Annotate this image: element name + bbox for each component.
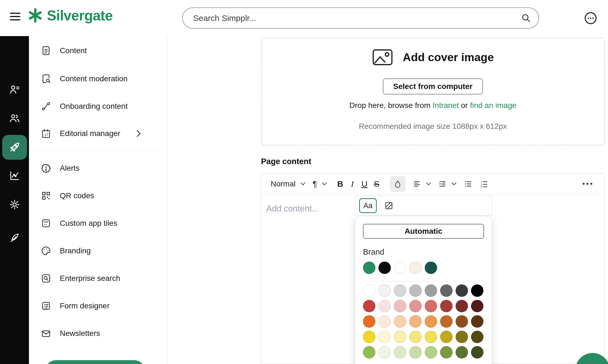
sidebar-item-custom-app-tiles[interactable]: Custom app tiles xyxy=(29,210,168,237)
editor-placeholder[interactable]: Add content... xyxy=(266,204,319,214)
color-swatch[interactable] xyxy=(394,346,406,358)
color-swatch[interactable] xyxy=(378,346,391,358)
bold-button[interactable]: B xyxy=(334,179,346,189)
bullet-list-button[interactable] xyxy=(464,180,472,188)
color-swatch[interactable] xyxy=(471,300,483,312)
numbered-list-button[interactable]: 1 2 3 xyxy=(480,180,488,188)
more-options-icon[interactable] xyxy=(583,183,592,185)
sidebar-item-editorial-manager[interactable]: 17 Editorial manager xyxy=(29,120,168,147)
color-swatch[interactable] xyxy=(440,346,453,358)
color-swatch[interactable] xyxy=(363,262,375,274)
sidebar-item-newsletters[interactable]: Newsletters xyxy=(29,320,168,347)
color-swatch[interactable] xyxy=(409,315,422,328)
color-swatch[interactable] xyxy=(378,300,391,312)
color-swatch[interactable] xyxy=(471,284,483,297)
highlight-color-tab[interactable] xyxy=(383,200,394,211)
color-swatch[interactable] xyxy=(409,300,422,312)
paragraph-style-value: Normal xyxy=(271,180,295,188)
intranet-link[interactable]: Intranet xyxy=(433,101,459,110)
color-swatch[interactable] xyxy=(363,331,375,343)
pilcrow-icon: ¶ xyxy=(313,179,317,189)
color-swatch[interactable] xyxy=(394,300,406,312)
cover-image-dropzone[interactable]: Add cover image Select from computer Dro… xyxy=(261,38,605,145)
color-swatch[interactable] xyxy=(378,331,391,343)
align-dropdown[interactable] xyxy=(413,180,431,188)
color-swatch[interactable] xyxy=(409,284,422,297)
color-swatch[interactable] xyxy=(378,284,391,297)
sidebar-item-content-moderation[interactable]: Content moderation xyxy=(29,65,168,93)
color-picker-tabs: Aa xyxy=(355,195,492,216)
sidebar-item-label: Alerts xyxy=(60,164,168,173)
search-button[interactable] xyxy=(514,8,539,28)
chevron-down-icon xyxy=(451,182,456,185)
color-swatch[interactable] xyxy=(363,346,375,358)
hamburger-menu-icon[interactable] xyxy=(10,13,21,23)
text-color-tab[interactable]: Aa xyxy=(359,198,377,213)
color-swatch[interactable] xyxy=(394,315,406,328)
color-swatch[interactable] xyxy=(440,315,453,328)
sidebar-item-onboarding-content[interactable]: Onboarding content xyxy=(29,93,168,120)
color-swatch[interactable] xyxy=(440,284,453,297)
sidebar-item-form-designer[interactable]: Form designer xyxy=(29,292,168,320)
color-swatch[interactable] xyxy=(456,346,468,358)
color-swatch[interactable] xyxy=(456,284,468,297)
color-swatch[interactable] xyxy=(378,315,391,328)
find-an-image-link[interactable]: find an image xyxy=(470,101,516,110)
user-directory-icon[interactable] xyxy=(4,79,25,100)
sidebar-item-qr-codes[interactable]: QR codes xyxy=(29,182,168,210)
chat-icon[interactable] xyxy=(584,11,598,25)
color-swatch[interactable] xyxy=(456,300,468,312)
italic-button[interactable]: I xyxy=(346,179,358,189)
sidebar-item-alerts[interactable]: Alerts xyxy=(29,154,168,182)
color-swatch[interactable] xyxy=(425,284,437,297)
color-swatch[interactable] xyxy=(394,262,406,274)
color-swatch[interactable] xyxy=(471,331,483,343)
sidebar-item-label: QR codes xyxy=(60,191,168,200)
automatic-color-button[interactable]: Automatic xyxy=(363,224,484,239)
select-from-computer-button[interactable]: Select from computer xyxy=(383,78,483,94)
brand-section-label: Brand xyxy=(363,248,484,257)
color-swatch[interactable] xyxy=(363,284,375,297)
settings-icon[interactable] xyxy=(4,194,25,215)
color-swatch[interactable] xyxy=(394,284,406,297)
color-swatch[interactable] xyxy=(425,331,437,343)
document-search-icon xyxy=(41,73,52,84)
color-swatch[interactable] xyxy=(456,315,468,328)
color-swatch[interactable] xyxy=(440,331,453,343)
paragraph-format-dropdown[interactable]: ¶ xyxy=(313,179,327,189)
color-swatch[interactable] xyxy=(363,315,375,328)
color-swatch[interactable] xyxy=(363,300,375,312)
color-swatch[interactable] xyxy=(409,346,422,358)
app-logo[interactable]: Silvergate xyxy=(28,7,113,24)
color-swatch[interactable] xyxy=(440,300,453,312)
align-left-icon xyxy=(413,180,421,188)
color-swatch[interactable] xyxy=(394,331,406,343)
color-swatch[interactable] xyxy=(471,315,483,328)
sidebar-divider xyxy=(32,151,158,151)
color-swatch[interactable] xyxy=(409,331,422,343)
paragraph-style-dropdown[interactable]: Normal xyxy=(271,180,305,188)
color-swatch[interactable] xyxy=(409,262,422,274)
underline-button[interactable]: U xyxy=(358,179,370,189)
sidebar-item-label: Form designer xyxy=(60,301,168,310)
color-swatch[interactable] xyxy=(471,346,483,358)
feather-icon[interactable] xyxy=(4,227,25,248)
sidebar-item-enterprise-search[interactable]: Enterprise search xyxy=(29,265,168,292)
sidebar-item-content[interactable]: Content xyxy=(29,37,168,64)
people-icon[interactable] xyxy=(4,108,25,128)
color-swatch[interactable] xyxy=(425,315,437,328)
strikethrough-button[interactable]: S xyxy=(370,179,383,189)
color-swatch[interactable] xyxy=(378,262,391,274)
color-swatch[interactable] xyxy=(425,262,437,274)
sidebar-item-branding[interactable]: Branding xyxy=(29,237,168,265)
sidebar-item-label: Content moderation xyxy=(60,74,168,83)
color-swatch[interactable] xyxy=(456,331,468,343)
sidebar-cta-button[interactable] xyxy=(45,360,146,364)
text-color-button[interactable] xyxy=(390,176,406,192)
indent-dropdown[interactable] xyxy=(438,180,456,188)
rocket-icon[interactable] xyxy=(2,135,27,160)
color-swatch[interactable] xyxy=(425,346,437,358)
search-input[interactable] xyxy=(183,13,514,23)
color-swatch[interactable] xyxy=(425,300,437,312)
analytics-icon[interactable] xyxy=(4,165,25,186)
